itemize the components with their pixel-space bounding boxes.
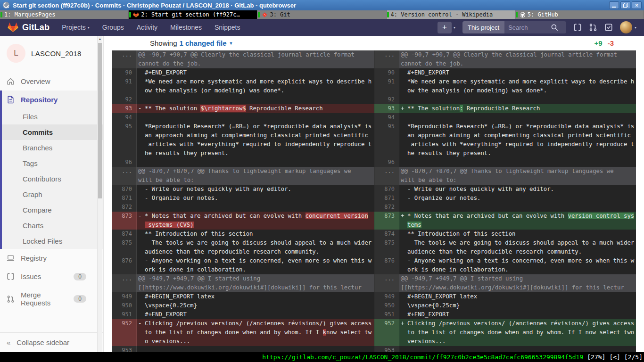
sidebar-item-commits[interactable]: Commits — [2, 124, 103, 140]
nav-item-label: Activity — [137, 24, 157, 31]
diff-row: 949#+BEGIN_EXPORT latex — [112, 292, 374, 301]
sidebar-item-locked-files[interactable]: Locked Files — [2, 233, 103, 249]
line-number[interactable]: 953 — [112, 346, 137, 352]
line-number[interactable]: 872 — [374, 203, 399, 212]
line-number[interactable]: 950 — [374, 301, 399, 310]
diff-line-content: ** Introduction of this section — [137, 230, 374, 239]
code-line: [[https://www.dokuwiki.org/dokuwiki#][do… — [138, 283, 374, 292]
line-number[interactable]: 95 — [374, 122, 399, 158]
sidebar-item-graph[interactable]: Graph — [2, 187, 103, 202]
line-number[interactable]: 93 — [374, 104, 399, 113]
close-button[interactable]: × — [632, 1, 642, 9]
browser-tab[interactable]: 3: Git — [257, 10, 386, 19]
line-number[interactable]: 874 — [112, 230, 137, 239]
collapse-sidebar-button[interactable]: « Collapse sidebar — [0, 332, 103, 352]
browser-tab[interactable]: 1: MarquesPages — [0, 10, 129, 19]
maximize-button[interactable] — [620, 1, 630, 9]
line-number[interactable]: 876 — [374, 256, 399, 274]
line-number[interactable]: 874 — [374, 230, 399, 239]
nav-item-activity[interactable]: Activity — [137, 24, 157, 31]
line-number[interactable]: 950 — [112, 301, 137, 310]
search-scope-badge[interactable]: This project — [462, 21, 504, 33]
line-number[interactable]: 91 — [374, 77, 399, 95]
line-number[interactable]: 949 — [112, 292, 137, 301]
line-number[interactable]: ... — [374, 50, 399, 68]
sidebar-item-merge-requests[interactable]: Merge Requests 0 — [0, 286, 103, 312]
issues-count-badge: 0 — [74, 273, 86, 280]
line-number[interactable]: 96 — [112, 158, 137, 167]
new-menu-button[interactable]: + ▾ — [438, 22, 455, 33]
line-number[interactable]: 952 — [374, 319, 399, 346]
line-number[interactable]: 91 — [112, 77, 137, 95]
scrollbar-thumb[interactable] — [98, 43, 102, 198]
minimize-button[interactable] — [609, 1, 619, 9]
main-content: Showing 1 changed file ▼ +9 -3 ...@@ -90… — [104, 36, 644, 352]
sidebar-item-branches[interactable]: Branches — [2, 140, 103, 156]
nav-item-groups[interactable]: Groups — [102, 24, 124, 31]
line-number[interactable]: 876 — [112, 256, 137, 274]
code-line: cannot do the job. — [138, 59, 374, 68]
line-number[interactable]: 951 — [374, 310, 399, 319]
line-number[interactable]: 953 — [374, 346, 399, 352]
line-number[interactable]: 872 — [112, 203, 137, 212]
scrollbar-up-arrow[interactable]: ▲ — [98, 36, 102, 42]
line-number[interactable]: 92 — [112, 95, 137, 104]
project-header[interactable]: L LASCON_2018 — [0, 36, 103, 72]
sidebar-item-registry[interactable]: Registry — [0, 249, 103, 267]
browser-tab[interactable]: 5: GitHub — [515, 10, 644, 19]
sidebar-item-charts[interactable]: Charts — [2, 218, 103, 233]
nav-item-projects[interactable]: Projects▾ — [62, 24, 90, 31]
line-number[interactable]: 875 — [374, 239, 399, 256]
diff-line-content: *We need are more systematic and more ex… — [399, 77, 636, 95]
sidebar-item-repository[interactable]: Repository — [2, 90, 103, 109]
line-number[interactable]: 949 — [374, 292, 399, 301]
line-number[interactable]: 94 — [112, 113, 137, 122]
line-number[interactable]: 94 — [374, 113, 399, 122]
search-input[interactable] — [508, 24, 548, 31]
code-line: o versions... — [138, 337, 374, 346]
changed-files-link[interactable]: 1 changed file — [180, 39, 227, 47]
diff-row: 953 — [112, 346, 374, 352]
diff-row: 93+** The solution: Reproducible Researc… — [374, 104, 636, 113]
line-number[interactable]: 875 — [112, 239, 137, 256]
gitlab-tanuki-icon — [8, 22, 18, 33]
nav-item-snippets[interactable]: Snippets — [215, 24, 240, 31]
line-number[interactable]: 873 — [374, 212, 399, 230]
sidebar-item-contributors[interactable]: Contributors — [2, 171, 103, 187]
line-number[interactable]: 92 — [374, 95, 399, 104]
sidebar-scrollbar[interactable]: ▲ — [97, 36, 102, 352]
browser-tab[interactable]: 4: Version control - Wikipedia — [387, 10, 515, 19]
code-line: ** Introduction of this section — [138, 230, 374, 239]
user-menu[interactable]: ▾ — [620, 21, 636, 33]
sidebar-item-tags[interactable]: Tags — [2, 156, 103, 171]
gitlab-logo[interactable]: GitLab — [8, 22, 50, 33]
sidebar-item-issues[interactable]: Issues 0 — [0, 267, 103, 286]
sidebar-item-compare[interactable]: Compare — [2, 202, 103, 218]
line-number[interactable]: ... — [112, 274, 137, 292]
line-number[interactable]: 90 — [374, 68, 399, 77]
line-number[interactable]: ... — [374, 274, 399, 292]
line-number[interactable]: ... — [112, 167, 137, 185]
sidebar-item-files[interactable]: Files — [2, 109, 103, 124]
line-number[interactable]: 93 — [112, 104, 137, 113]
merge-requests-icon[interactable] — [589, 23, 597, 32]
line-number[interactable]: 96 — [374, 158, 399, 167]
line-number[interactable]: ... — [112, 50, 137, 68]
line-number[interactable]: 873 — [112, 212, 137, 230]
nav-item-milestones[interactable]: Milestones — [170, 24, 202, 31]
line-number[interactable]: 870 — [374, 185, 399, 194]
line-number[interactable]: 90 — [112, 68, 137, 77]
line-number[interactable]: 95 — [112, 122, 137, 158]
tab-label: 4: Version control - Wikipedia — [391, 10, 493, 19]
line-number[interactable]: 870 — [112, 185, 137, 194]
line-number[interactable]: 951 — [112, 310, 137, 319]
todos-icon[interactable] — [604, 23, 613, 32]
browser-tab[interactable]: 2: Start git section (ff927c… — [129, 10, 257, 19]
line-number[interactable]: 871 — [374, 194, 399, 203]
line-number[interactable]: ... — [374, 167, 399, 185]
line-number[interactable]: 952 — [112, 319, 137, 346]
line-number[interactable]: 871 — [112, 194, 137, 203]
issues-icon[interactable] — [573, 23, 582, 32]
diff-line-content: #+END_EXPORT — [137, 310, 374, 319]
sidebar-item-overview[interactable]: Overview — [0, 72, 103, 90]
